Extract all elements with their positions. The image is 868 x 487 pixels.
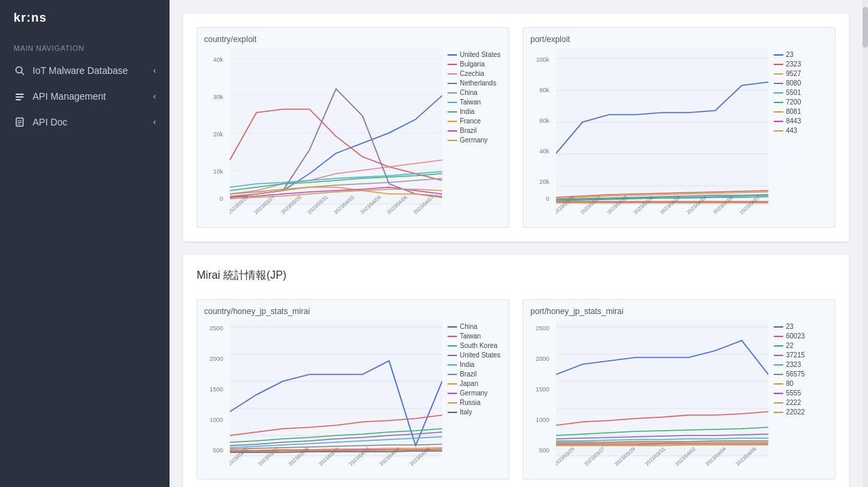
svg-text:1500: 1500 (210, 386, 223, 393)
legend-item: 8081 (774, 108, 828, 115)
svg-text:0: 0 (220, 195, 223, 202)
mirai-charts-row: country/honey_jp_stats_mirai 2500 2000 1… (197, 299, 835, 480)
svg-text:1000: 1000 (536, 416, 549, 423)
chevron-icon-3: ‹ (153, 117, 156, 127)
doc-icon (14, 116, 26, 128)
legend-item: Brazil (448, 370, 502, 378)
country-exploit-chart: country/exploit 40k 30k 20k 10k 0 (197, 27, 509, 228)
main-content: country/exploit 40k 30k 20k 10k 0 (170, 0, 863, 487)
port-mirai-title: port/honey_jp_stats_mirai (530, 307, 828, 316)
legend-item: 2222 (774, 399, 828, 406)
legend-item: 80 (774, 380, 828, 387)
svg-rect-4 (16, 99, 21, 100)
logo: kr:ns (0, 0, 170, 36)
exploit-section: country/exploit 40k 30k 20k 10k 0 (183, 14, 849, 241)
legend-item: 7200 (774, 98, 828, 106)
legend-item: 8080 (774, 79, 828, 87)
svg-text:30k: 30k (213, 94, 223, 100)
legend-item: Japan (448, 380, 502, 387)
svg-text:2500: 2500 (536, 325, 549, 332)
legend-item: Russia (448, 399, 502, 406)
svg-text:40k: 40k (539, 148, 549, 155)
sidebar-item-api-doc-label: API Doc (33, 117, 146, 128)
svg-text:500: 500 (213, 447, 223, 454)
svg-text:20k: 20k (213, 131, 223, 138)
port-exploit-chart: port/exploit 100k 80k 60k 40k 20k 0 (523, 27, 835, 228)
port-exploit-legend: 23 2323 9527 8080 5501 7200 8081 8443 44… (774, 48, 828, 220)
legend-item: 60023 (774, 332, 828, 340)
svg-text:40k: 40k (213, 56, 223, 63)
svg-text:1500: 1500 (536, 386, 549, 393)
mirai-section: Mirai 統計情報(JP) country/honey_jp_stats_mi… (183, 255, 849, 487)
exploit-charts-row: country/exploit 40k 30k 20k 10k 0 (197, 27, 835, 228)
nav-label: MAIN NAVIGATION (0, 36, 170, 58)
legend-item: Bulgaria (448, 60, 502, 68)
svg-rect-34 (556, 48, 768, 204)
legend-item: United States (448, 51, 502, 58)
country-mirai-chart: country/honey_jp_stats_mirai 2500 2000 1… (197, 299, 509, 480)
legend-item: United States (448, 351, 502, 359)
sidebar-item-api-mgmt-label: API Management (33, 91, 146, 102)
sidebar-item-iot-label: IoT Malware Database (33, 65, 146, 76)
svg-text:80k: 80k (539, 87, 549, 94)
svg-text:20k: 20k (539, 178, 549, 185)
country-exploit-title: country/exploit (204, 35, 502, 44)
legend-item: 9527 (774, 70, 828, 77)
legend-item: 56575 (774, 370, 828, 378)
svg-text:0: 0 (546, 195, 549, 202)
port-mirai-legend: 23 60023 22 37215 2323 56575 80 5555 222… (774, 320, 828, 472)
sidebar-item-api-doc[interactable]: API Doc ‹ (0, 109, 170, 135)
scrollbar[interactable] (863, 0, 868, 487)
svg-text:1000: 1000 (210, 416, 223, 423)
sidebar-item-iot[interactable]: IoT Malware Database ‹ (0, 58, 170, 83)
api-icon (14, 90, 26, 102)
legend-item: Italy (448, 408, 502, 416)
svg-text:2500: 2500 (210, 325, 223, 332)
legend-item: 22 (774, 342, 828, 349)
legend-item: 5501 (774, 89, 828, 96)
legend-item: Taiwan (448, 332, 502, 340)
svg-line-1 (22, 73, 24, 75)
legend-item: India (448, 108, 502, 115)
legend-item: 22022 (774, 408, 828, 416)
legend-item: South Korea (448, 342, 502, 349)
svg-rect-2 (16, 94, 24, 95)
svg-rect-3 (16, 96, 24, 98)
svg-text:2000: 2000 (210, 355, 223, 362)
chevron-icon-2: ‹ (153, 92, 156, 101)
svg-text:10k: 10k (213, 168, 223, 175)
legend-item: 23 (774, 51, 828, 58)
legend-item: China (448, 323, 502, 330)
legend-item: Germany (448, 136, 502, 144)
legend-item: 2323 (774, 60, 828, 68)
legend-item: India (448, 361, 502, 368)
search-icon (14, 64, 26, 77)
country-exploit-legend: United States Bulgaria Czechia Netherlan… (448, 48, 502, 220)
mirai-section-title: Mirai 統計情報(JP) (197, 269, 835, 288)
svg-text:60k: 60k (539, 117, 549, 124)
legend-item: 443 (774, 127, 828, 134)
svg-text:100k: 100k (536, 56, 549, 63)
legend-item: 8443 (774, 117, 828, 125)
legend-item: Taiwan (448, 98, 502, 106)
legend-item: Netherlands (448, 79, 502, 87)
legend-item: Brazil (448, 127, 502, 134)
legend-item: 5555 (774, 389, 828, 397)
scrollbar-thumb[interactable] (863, 7, 868, 47)
legend-item: France (448, 117, 502, 125)
legend-item: China (448, 89, 502, 96)
legend-item: Germany (448, 389, 502, 397)
chevron-icon: ‹ (153, 66, 156, 75)
country-mirai-legend: China Taiwan South Korea United States I… (448, 320, 502, 472)
legend-item: 37215 (774, 351, 828, 359)
svg-text:2000: 2000 (536, 355, 549, 362)
port-mirai-chart: port/honey_jp_stats_mirai 2500 2000 1500… (523, 299, 835, 480)
country-mirai-title: country/honey_jp_stats_mirai (204, 307, 502, 316)
legend-item: Czechia (448, 70, 502, 77)
port-exploit-title: port/exploit (530, 35, 828, 44)
legend-item: 23 (774, 323, 828, 330)
sidebar: kr:ns MAIN NAVIGATION IoT Malware Databa… (0, 0, 170, 487)
svg-text:500: 500 (539, 447, 549, 454)
legend-item: 2323 (774, 361, 828, 368)
sidebar-item-api-mgmt[interactable]: API Management ‹ (0, 83, 170, 109)
